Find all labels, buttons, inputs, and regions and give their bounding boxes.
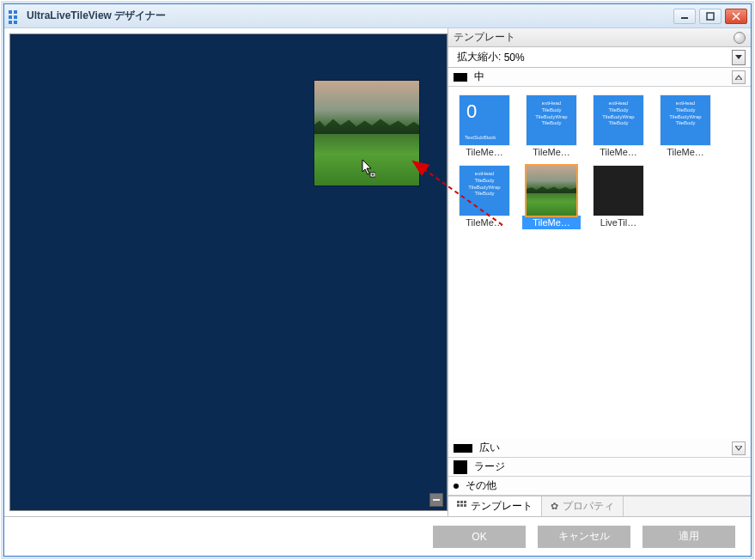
grid-icon — [457, 501, 466, 512]
ok-button[interactable]: OK — [433, 526, 526, 548]
designer-window: UltraLiveTileView デザイナー — [3, 3, 752, 557]
wide-swatch-icon — [454, 444, 472, 453]
templates-header-label: テンプレート — [454, 30, 515, 45]
minus-icon — [432, 496, 441, 504]
tile-item-3[interactable]: extHeadTileBodyTileBodyWrapTileBodyTileM… — [656, 95, 715, 159]
section-other[interactable]: その他 — [448, 477, 751, 496]
svg-rect-5 — [460, 501, 463, 503]
titlebar: UltraLiveTileView デザイナー — [4, 4, 751, 28]
scroll-down-button[interactable] — [732, 441, 746, 455]
zoom-dropdown-button[interactable] — [732, 50, 746, 65]
button-bar: OK キャンセル 適用 — [4, 516, 751, 556]
tile-thumb: extHeadTileBodyTileBodyWrapTileBody — [460, 166, 509, 216]
section-medium[interactable]: 中 — [448, 68, 751, 87]
cancel-button[interactable]: キャンセル — [538, 526, 630, 548]
tile-item-6[interactable]: LiveTil… — [589, 166, 648, 229]
chevron-down-icon — [735, 446, 742, 451]
tile-item-5[interactable]: TileMe… — [522, 166, 581, 229]
close-icon — [732, 12, 740, 21]
section-large-label: ラージ — [474, 460, 505, 474]
design-canvas[interactable] — [9, 33, 448, 511]
tile-thumb: extHeadTileBodyTileBodyWrapTileBody — [594, 95, 643, 145]
canvas-panel — [4, 28, 448, 516]
section-wide[interactable]: 広い — [448, 439, 751, 458]
templates-header: テンプレート — [448, 28, 751, 47]
minimize-button[interactable] — [673, 9, 696, 24]
tab-templates-label: テンプレート — [471, 499, 533, 514]
svg-rect-4 — [457, 501, 460, 503]
tile-label: TileMe… — [455, 145, 514, 159]
svg-rect-1 — [707, 13, 714, 20]
maximize-icon — [706, 12, 715, 21]
tile-label: TileMe… — [522, 216, 581, 229]
section-large[interactable]: ラージ — [448, 458, 751, 477]
section-wide-label: 広い — [479, 441, 500, 455]
apply-button[interactable]: 適用 — [642, 526, 735, 548]
zoom-value: 50% — [504, 52, 525, 64]
tile-thumb: extHeadTileBodyTileBodyWrapTileBody — [527, 95, 576, 145]
gear-icon: ✿ — [551, 501, 558, 512]
svg-rect-3 — [433, 499, 440, 501]
chevron-down-icon — [735, 55, 742, 60]
tab-properties-label: プロパティ — [563, 499, 614, 514]
zoom-combo[interactable]: 拡大縮小: 50% — [454, 50, 728, 65]
other-swatch-icon — [454, 484, 459, 489]
dragged-tile-preview — [314, 81, 419, 186]
tile-item-4[interactable]: extHeadTileBodyTileBodyWrapTileBodyTileM… — [455, 166, 514, 229]
zoom-label: 拡大縮小: — [457, 50, 501, 64]
zoom-row: 拡大縮小: 50% — [448, 47, 751, 68]
tile-thumb: extHeadTileBodyTileBodyWrapTileBody — [661, 95, 710, 145]
pin-button[interactable] — [734, 32, 746, 44]
tab-templates[interactable]: テンプレート — [448, 496, 542, 516]
maximize-button[interactable] — [699, 9, 722, 24]
close-button[interactable] — [725, 9, 747, 24]
chevron-up-icon — [735, 75, 742, 80]
tile-thumb: 0TextSubBlock — [460, 95, 509, 145]
tile-item-0[interactable]: 0TextSubBlockTileMe… — [455, 95, 514, 159]
templates-panel: テンプレート 拡大縮小: 50% 中 — [448, 28, 751, 516]
tile-thumb — [594, 166, 643, 216]
tile-label: TileMe… — [522, 145, 581, 159]
svg-rect-7 — [457, 504, 460, 507]
scroll-up-button[interactable] — [732, 70, 746, 84]
canvas-collapse-button[interactable] — [429, 493, 443, 507]
tile-label: TileMe… — [656, 145, 715, 159]
medium-swatch-icon — [454, 73, 467, 82]
svg-rect-9 — [464, 504, 466, 507]
app-icon — [8, 9, 21, 23]
tile-thumb — [527, 166, 576, 216]
window-title: UltraLiveTileView デザイナー — [27, 9, 673, 23]
large-swatch-icon — [454, 460, 467, 474]
svg-rect-8 — [460, 504, 463, 507]
tile-label: LiveTil… — [589, 216, 648, 229]
minimize-icon — [680, 13, 689, 20]
tile-label: TileMe… — [455, 216, 514, 229]
tile-label: TileMe… — [589, 145, 648, 159]
tiles-area: 0TextSubBlockTileMe…extHeadTileBodyTileB… — [448, 87, 751, 439]
svg-rect-0 — [681, 17, 688, 19]
tile-item-1[interactable]: extHeadTileBodyTileBodyWrapTileBodyTileM… — [522, 95, 581, 159]
section-medium-label: 中 — [474, 70, 484, 84]
tabs-row: テンプレート ✿ プロパティ — [448, 496, 751, 516]
svg-rect-6 — [464, 501, 466, 503]
section-other-label: その他 — [466, 478, 496, 493]
tab-properties[interactable]: ✿ プロパティ — [542, 496, 624, 516]
tile-item-2[interactable]: extHeadTileBodyTileBodyWrapTileBodyTileM… — [589, 95, 648, 159]
